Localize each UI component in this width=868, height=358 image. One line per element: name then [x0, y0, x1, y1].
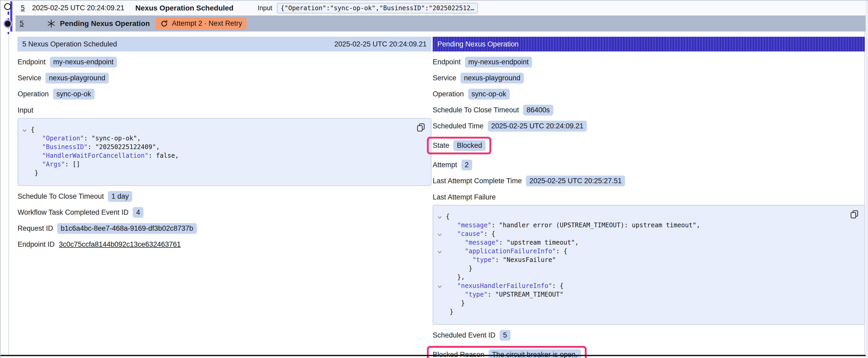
field-scheduled-time: Scheduled Time2025-02-25 UTC 20:24:09.21 — [433, 121, 865, 131]
scheduled-fields-top: Endpointmy-nexus-endpointServicenexus-pl… — [18, 57, 431, 99]
field-label: Workflow Task Completed Event ID — [18, 208, 128, 217]
scrollbar[interactable] — [866, 1, 868, 358]
json-text: { — [446, 213, 450, 220]
scheduled-event-panel: 5 Nexus Operation Scheduled 2025-02-25 U… — [18, 37, 431, 250]
field-schedule-to-close-timeout: Schedule To Close Timeout1 day — [18, 191, 431, 202]
code-line: "message": "handler error (UPSTREAM_TIME… — [433, 221, 848, 230]
copy-icon[interactable] — [416, 123, 426, 132]
code-text: }, — [446, 273, 465, 282]
json-text: } — [34, 169, 38, 176]
collapse-chevron-icon[interactable] — [433, 212, 446, 221]
json-key: "type" — [465, 291, 488, 298]
event-id-link[interactable]: 5 — [21, 4, 25, 12]
code-text: } — [31, 169, 38, 177]
field-workflow-task-completed-event-id: Workflow Task Completed Event ID4 — [18, 207, 431, 218]
collapse-chevron-icon[interactable] — [433, 230, 446, 238]
json-text: : "handler error (UPSTREAM_TIMEOUT): ups… — [491, 222, 700, 229]
event-input-preview[interactable]: {"Operation":"sync-op-ok","BusinessID":"… — [277, 3, 478, 13]
field-value-link[interactable]: 3c0c75ccfa8144b092c13ce632463761 — [59, 240, 181, 249]
pending-panel-header: Pending Nexus Operation — [433, 37, 865, 52]
code-text: "cause": { — [446, 230, 495, 238]
workflow-history-view: 5 2025-02-25 UTC 20:24:09.21 Nexus Opera… — [0, 0, 868, 358]
json-key: "message" — [465, 239, 499, 246]
collapse-chevron-icon[interactable] — [433, 247, 446, 256]
code-line: "cause": { — [433, 230, 848, 238]
field-endpoint-id: Endpoint ID3c0c75ccfa8144b092c13ce632463… — [18, 239, 431, 250]
timeline-event-dot-icon[interactable] — [4, 3, 11, 10]
json-key: "Args" — [42, 161, 65, 168]
pending-operation-panel: Pending Nexus Operation Endpointmy-nexus… — [433, 37, 865, 358]
scheduled-fields-bottom: Schedule To Close Timeout1 dayWorkflow T… — [18, 191, 431, 250]
pending-fields-bottom: Scheduled Event ID5Blocked ReasonThe cir… — [433, 330, 865, 358]
json-text: : { — [484, 230, 495, 237]
code-line: "HandlerWaitForCancellation": false, — [18, 152, 415, 160]
field-operation: Operationsync-op-ok — [433, 89, 865, 99]
code-text: "HandlerWaitForCancellation": false, — [31, 152, 179, 160]
code-gutter — [433, 290, 446, 299]
field-value-badge: my-nexus-endpoint — [465, 57, 532, 67]
pending-operation-row[interactable]: 5 Pending Nexus Operation Attempt 2 · Ne… — [16, 15, 866, 32]
code-line: "Operation": "sync-op-ok", — [18, 134, 415, 143]
pending-id-link[interactable]: 5 — [20, 20, 24, 28]
field-endpoint: Endpointmy-nexus-endpoint — [18, 57, 431, 67]
code-gutter — [433, 221, 446, 230]
field-label: Schedule To Close Timeout — [433, 106, 519, 114]
event-timestamp: 2025-02-25 UTC 20:24:09.21 — [32, 4, 124, 12]
field-value-badge: my-nexus-endpoint — [50, 57, 117, 67]
pending-panel-title: Pending Nexus Operation — [437, 40, 519, 48]
field-label: Endpoint ID — [18, 240, 55, 249]
code-line: "message": "upstream timeout", — [433, 238, 848, 247]
code-gutter — [433, 307, 446, 316]
event-row-scheduled[interactable]: 5 2025-02-25 UTC 20:24:09.21 Nexus Opera… — [16, 1, 866, 15]
code-line: { — [433, 212, 848, 221]
json-text: : false, — [149, 152, 179, 159]
event-details-container: 5 Nexus Operation Scheduled 2025-02-25 U… — [8, 32, 865, 355]
json-key: "nexusHandlerFailureInfo" — [457, 282, 552, 290]
code-line: "type": "UPSTREAM_TIMEOUT" — [433, 290, 848, 299]
field-label: Endpoint — [433, 58, 461, 66]
json-key: "applicationFailureInfo" — [465, 248, 556, 255]
field-value-badge: 2025-02-25 UTC 20:24:09.21 — [488, 121, 587, 131]
code-gutter — [18, 143, 31, 152]
json-text: } — [461, 299, 465, 307]
code-line: "BusinessID": "20250225122409", — [18, 143, 415, 152]
timeline-pending-dot-icon[interactable] — [5, 21, 11, 27]
input-section-label: Input — [18, 106, 431, 115]
json-key: "HandlerWaitForCancellation" — [42, 152, 149, 159]
code-gutter — [433, 238, 446, 247]
scheduled-panel-title: 5 Nexus Operation Scheduled — [22, 40, 117, 48]
field-label: Request ID — [18, 224, 53, 232]
field-label: Service — [433, 74, 456, 82]
field-label: Attempt — [433, 161, 457, 169]
retry-icon — [160, 20, 168, 28]
field-endpoint: Endpointmy-nexus-endpoint — [433, 57, 865, 67]
code-text: "message": "upstream timeout", — [446, 238, 579, 247]
scheduled-panel-timestamp: 2025-02-25 UTC 20:24:09.21 — [335, 40, 427, 48]
collapse-chevron-icon[interactable] — [18, 126, 31, 134]
field-value-badge: 2 — [461, 160, 472, 170]
input-json-block: { "Operation": "sync-op-ok", "BusinessID… — [18, 118, 431, 186]
field-last-attempt-complete-time: Last Attempt Complete Time2025-02-25 UTC… — [433, 175, 865, 186]
copy-icon[interactable] — [849, 210, 859, 219]
json-text: : "20250225122409", — [88, 143, 160, 151]
code-text: { — [31, 126, 34, 134]
event-input-label: Input — [258, 4, 273, 12]
code-text: "applicationFailureInfo": { — [446, 247, 567, 256]
code-line: "type": "NexusFailure" — [433, 256, 848, 264]
code-line: { — [18, 126, 415, 134]
code-text: "message": "handler error (UPSTREAM_TIME… — [446, 221, 700, 230]
field-label: Schedule To Close Timeout — [18, 192, 104, 200]
field-value-badge: nexus-playground — [461, 73, 524, 84]
field-label: Last Attempt Complete Time — [433, 177, 522, 185]
field-blocked-reason: Blocked ReasonThe circuit breaker is ope… — [433, 346, 865, 358]
json-key: "type" — [472, 256, 495, 263]
code-line: } — [433, 299, 848, 307]
field-schedule-to-close-timeout: Schedule To Close Timeout86400s — [433, 105, 865, 116]
collapse-chevron-icon[interactable] — [433, 282, 446, 290]
retry-badge[interactable]: Attempt 2 · Next Retry — [156, 18, 247, 29]
field-value-badge: Blocked — [454, 140, 486, 151]
field-value-badge: 1 day — [108, 191, 132, 202]
field-value-badge: 4 — [133, 207, 144, 218]
field-label: Blocked Reason — [433, 351, 485, 358]
scheduled-event-panel-header: 5 Nexus Operation Scheduled 2025-02-25 U… — [18, 37, 431, 52]
